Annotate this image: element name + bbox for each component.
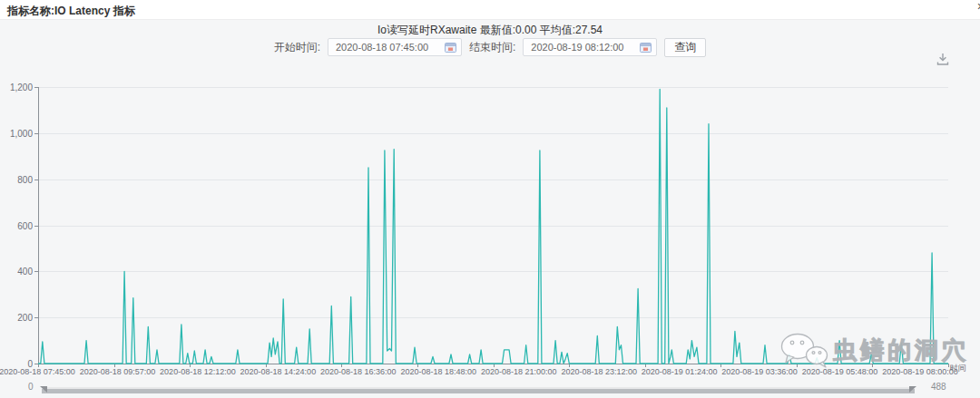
- end-time-value: 2020-08-19 08:12:00: [531, 42, 623, 53]
- y-axis-tick-label: 200: [0, 313, 33, 323]
- page-title: 指标名称:IO Latency 指标: [7, 4, 135, 19]
- datazoom-track[interactable]: [42, 387, 915, 393]
- wechat-icon: [779, 332, 829, 368]
- calendar-icon[interactable]: [640, 42, 652, 53]
- x-axis-tick-label: 2020-08-19 08:00:00: [866, 367, 975, 376]
- start-time-value: 2020-08-18 07:45:00: [336, 42, 428, 53]
- end-time-input[interactable]: 2020-08-19 08:12:00: [523, 38, 657, 56]
- query-button[interactable]: 查询: [664, 38, 706, 57]
- time-range-controls: 开始时间: 2020-08-18 07:45:00 结束时间: 2020-08-…: [0, 37, 980, 57]
- datazoom-end-label: 488: [931, 382, 946, 392]
- y-axis-tick-label: 400: [0, 267, 33, 277]
- y-axis-tick-label: 800: [0, 175, 33, 185]
- metric-detail-window: 指标名称:IO Latency 指标 × Io读写延时RXawaite 最新值:…: [0, 0, 980, 398]
- chart-canvas: [0, 0, 980, 398]
- latency-series-line: [38, 90, 948, 364]
- start-time-input[interactable]: 2020-08-18 07:45:00: [328, 38, 462, 56]
- watermark: 虫鳝的洞穴: [779, 332, 969, 368]
- datazoom-left-handle[interactable]: [40, 386, 47, 393]
- download-icon[interactable]: [935, 51, 951, 67]
- y-axis-tick-label: 1,000: [0, 129, 33, 139]
- end-time-label: 结束时间:: [469, 40, 515, 55]
- top-bar: 指标名称:IO Latency 指标 ×: [0, 0, 980, 20]
- watermark-text: 虫鳝的洞穴: [833, 335, 969, 366]
- datazoom-right-handle[interactable]: [909, 386, 916, 393]
- start-time-label: 开始时间:: [274, 40, 320, 55]
- datazoom-start-label: 0: [28, 382, 34, 392]
- y-axis-tick-label: 1,200: [0, 83, 33, 92]
- calendar-icon[interactable]: [445, 42, 456, 53]
- y-axis-tick-label: 600: [0, 221, 33, 231]
- chart-title: Io读写延时RXawaite 最新值:0.00 平均值:27.54: [0, 23, 980, 38]
